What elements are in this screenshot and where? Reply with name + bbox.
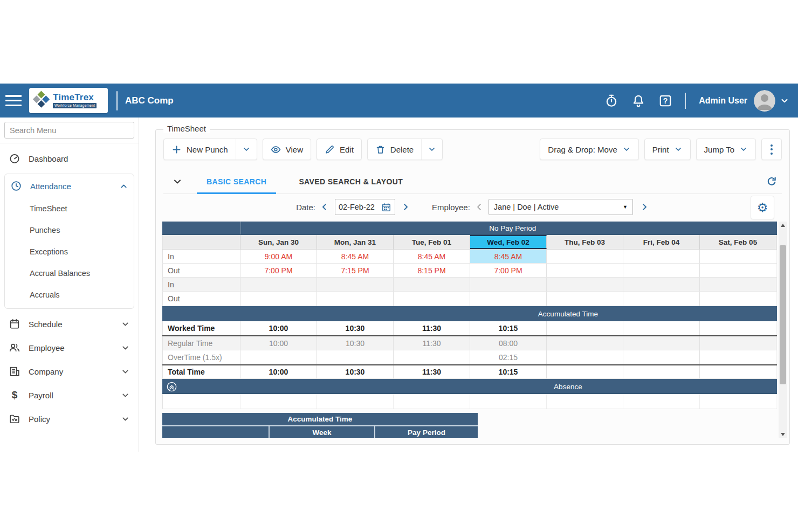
previous-date-chevron-icon[interactable] bbox=[320, 202, 329, 212]
delete-button[interactable]: Delete bbox=[368, 139, 421, 160]
sidebar-item-accruals[interactable]: Accruals bbox=[5, 284, 134, 306]
absence-cell[interactable] bbox=[700, 394, 776, 409]
chevron-down-icon[interactable] bbox=[121, 367, 130, 376]
employee-select[interactable]: Jane | Doe | Active ▼ bbox=[489, 199, 633, 215]
day-header-cell[interactable]: Thu, Feb 03 bbox=[547, 235, 623, 249]
user-menu-chevron-icon[interactable] bbox=[780, 96, 789, 106]
punch-cell[interactable]: 8:45 AM bbox=[470, 250, 547, 263]
punch-cell[interactable] bbox=[547, 278, 623, 291]
sidebar-item-schedule[interactable]: Schedule bbox=[0, 312, 139, 336]
accumulated-cell: 10:00 bbox=[240, 321, 317, 335]
sidebar-item-policy[interactable]: Policy bbox=[0, 407, 139, 431]
date-input[interactable]: 02-Feb-22 bbox=[335, 199, 395, 215]
punch-cell[interactable] bbox=[700, 250, 776, 263]
chevron-down-icon[interactable] bbox=[121, 320, 130, 329]
punch-cell[interactable]: 7:00 PM bbox=[240, 264, 317, 277]
view-button[interactable]: View bbox=[263, 139, 311, 160]
stopwatch-icon[interactable] bbox=[604, 94, 618, 108]
punch-cell[interactable] bbox=[623, 278, 700, 291]
help-icon[interactable]: ? bbox=[658, 94, 672, 108]
calendar-picker-icon[interactable] bbox=[381, 202, 391, 212]
punch-cell[interactable] bbox=[317, 292, 394, 306]
punch-cell[interactable] bbox=[700, 278, 776, 291]
scrollbar-thumb[interactable] bbox=[780, 245, 786, 384]
punch-cell[interactable] bbox=[547, 292, 623, 306]
collapse-search-chevron-icon[interactable] bbox=[172, 176, 183, 187]
menu-icon[interactable] bbox=[5, 95, 22, 106]
absence-cell[interactable] bbox=[317, 394, 394, 409]
punch-cell[interactable]: 7:00 PM bbox=[470, 264, 547, 277]
sidebar-item-employee[interactable]: Employee bbox=[0, 336, 139, 360]
next-date-chevron-icon[interactable] bbox=[401, 202, 410, 212]
absence-cell[interactable] bbox=[240, 394, 317, 409]
chevron-up-icon[interactable] bbox=[119, 182, 128, 191]
punch-cell[interactable]: 8:15 PM bbox=[394, 264, 470, 277]
punch-cell[interactable]: 8:45 AM bbox=[317, 250, 394, 263]
punch-cell[interactable] bbox=[547, 264, 623, 277]
edit-button[interactable]: Edit bbox=[317, 139, 362, 160]
sidebar-item-dashboard[interactable]: Dashboard bbox=[0, 147, 139, 170]
search-menu-input[interactable] bbox=[4, 122, 134, 139]
refresh-icon[interactable] bbox=[766, 176, 778, 188]
sidebar-item-company[interactable]: Company bbox=[0, 360, 139, 383]
chevron-down-icon[interactable] bbox=[121, 414, 130, 424]
sidebar-item-payroll[interactable]: $ Payroll bbox=[0, 383, 139, 407]
grid-gap bbox=[162, 409, 777, 413]
sidebar-item-attendance[interactable]: Attendance bbox=[5, 174, 134, 198]
punch-cell[interactable] bbox=[623, 250, 700, 263]
accumulated-cell: 11:30 bbox=[394, 336, 470, 350]
sidebar-item-exceptions[interactable]: Exceptions bbox=[5, 241, 134, 262]
jump-to-button[interactable]: Jump To bbox=[696, 139, 756, 160]
absence-cell[interactable] bbox=[394, 394, 470, 409]
vertical-scrollbar[interactable] bbox=[779, 222, 787, 438]
punch-cell[interactable] bbox=[394, 292, 470, 306]
sidebar-item-timesheet[interactable]: TimeSheet bbox=[5, 198, 134, 219]
punch-cell[interactable] bbox=[470, 278, 547, 291]
brand-logo[interactable]: TimeTrex Workforce Management bbox=[29, 88, 108, 113]
new-punch-dropdown[interactable] bbox=[236, 139, 257, 160]
absence-cell[interactable] bbox=[623, 394, 700, 409]
more-options-kebab-icon[interactable] bbox=[761, 139, 782, 160]
avatar[interactable] bbox=[754, 90, 775, 112]
day-header-cell[interactable]: Tue, Feb 01 bbox=[394, 235, 470, 249]
delete-dropdown[interactable] bbox=[421, 139, 442, 160]
punch-cell[interactable] bbox=[240, 292, 317, 306]
sidebar-item-accrual-balances[interactable]: Accrual Balances bbox=[5, 262, 134, 284]
day-header-cell[interactable]: Fri, Feb 04 bbox=[623, 235, 700, 249]
chevron-down-icon[interactable] bbox=[121, 391, 130, 400]
notifications-bell-icon[interactable] bbox=[631, 94, 645, 108]
tab-saved-search-layout[interactable]: SAVED SEARCH & LAYOUT bbox=[297, 170, 405, 194]
edit-label: Edit bbox=[340, 145, 354, 154]
tab-basic-search[interactable]: BASIC SEARCH bbox=[204, 170, 269, 194]
punch-cell[interactable] bbox=[240, 278, 317, 291]
day-header-cell[interactable]: Mon, Jan 31 bbox=[317, 235, 394, 249]
punch-cell[interactable] bbox=[547, 250, 623, 263]
absence-cell[interactable] bbox=[470, 394, 547, 409]
punch-cell[interactable] bbox=[700, 292, 776, 306]
settings-gear-icon[interactable]: ⚙ bbox=[751, 196, 774, 219]
punch-cell[interactable]: 7:15 PM bbox=[317, 264, 394, 277]
punch-cell[interactable] bbox=[394, 278, 470, 291]
drag-drop-mode-button[interactable]: Drag & Drop: Move bbox=[540, 139, 638, 160]
new-punch-button[interactable]: New Punch bbox=[164, 139, 236, 160]
summary-header: Accumulated Time bbox=[162, 413, 478, 426]
punch-cell[interactable] bbox=[623, 264, 700, 277]
previous-employee-chevron-icon[interactable] bbox=[474, 202, 484, 212]
next-employee-chevron-icon[interactable] bbox=[639, 202, 649, 212]
collapse-absence-icon[interactable] bbox=[166, 381, 177, 392]
sidebar-item-punches[interactable]: Punches bbox=[5, 219, 134, 241]
punch-cell[interactable]: 8:45 AM bbox=[394, 250, 470, 263]
day-header-cell[interactable]: Sat, Feb 05 bbox=[700, 235, 776, 249]
punch-cell[interactable]: 9:00 AM bbox=[240, 250, 317, 263]
punch-cell[interactable] bbox=[470, 292, 547, 306]
day-header-cell[interactable]: Sun, Jan 30 bbox=[240, 235, 317, 249]
scroll-up-arrow-icon[interactable] bbox=[779, 222, 787, 229]
absence-cell[interactable] bbox=[547, 394, 623, 409]
day-header-cell[interactable]: Wed, Feb 02 bbox=[470, 235, 547, 249]
punch-cell[interactable] bbox=[700, 264, 776, 277]
punch-cell[interactable] bbox=[623, 292, 700, 306]
print-button[interactable]: Print bbox=[644, 139, 691, 160]
punch-cell[interactable] bbox=[317, 278, 394, 291]
chevron-down-icon[interactable] bbox=[121, 343, 130, 353]
scroll-down-arrow-icon[interactable] bbox=[779, 431, 787, 438]
